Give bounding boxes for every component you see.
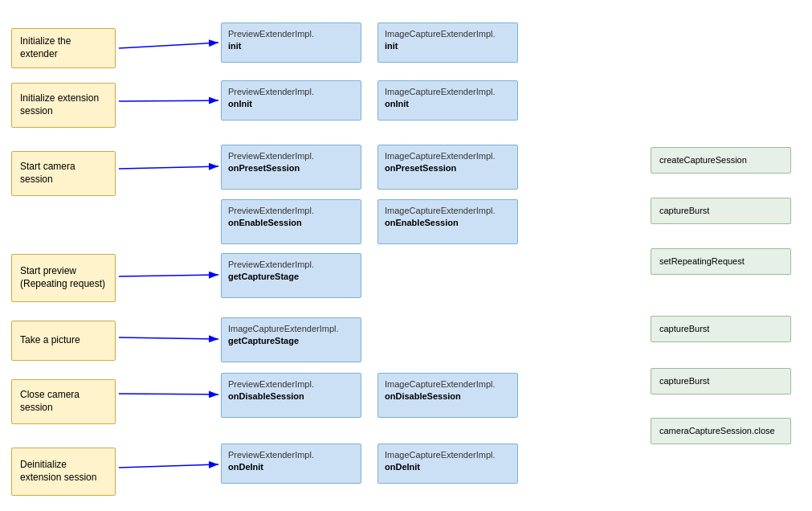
method-name: init (228, 41, 242, 51)
class-name: ImageCaptureExtenderImpl. (385, 29, 496, 39)
arrow-3 (119, 275, 218, 276)
class-name: ImageCaptureExtenderImpl. (385, 151, 496, 161)
green-box-row-close-camera-0: captureBurst (651, 368, 791, 394)
blue-box-row-start-camera-3: ImageCaptureExtenderImpl.onEnableSession (377, 199, 518, 244)
blue-box-row-init-session-1: ImageCaptureExtenderImpl.onInit (377, 80, 518, 121)
yellow-box-row-close-camera: Close camera session (11, 379, 116, 424)
blue-box-row-init-extender-0: PreviewExtenderImpl.init (221, 22, 361, 63)
method-name: onEnableSession (385, 218, 459, 227)
method-name: getCaptureStage (228, 272, 299, 281)
class-name: ImageCaptureExtenderImpl. (385, 87, 496, 96)
yellow-box-row-deinit-session: Deinitialize extension session (11, 448, 116, 496)
blue-box-row-start-camera-1: ImageCaptureExtenderImpl.onPresetSession (377, 145, 518, 190)
yellow-box-row-start-preview: Start preview (Repeating request) (11, 254, 116, 302)
method-name: getCaptureStage (228, 336, 299, 345)
method-name: onEnableSession (228, 218, 302, 227)
method-name: onInit (228, 99, 252, 108)
arrow-5 (119, 394, 218, 394)
method-name: onDisableSession (385, 391, 461, 401)
arrow-6 (119, 464, 218, 468)
blue-box-row-start-camera-0: PreviewExtenderImpl.onPresetSession (221, 145, 361, 190)
green-box-row-start-camera-2: setRepeatingRequest (651, 248, 791, 275)
yellow-box-row-start-camera: Start camera session (11, 151, 116, 196)
class-name: ImageCaptureExtenderImpl. (228, 324, 339, 333)
green-box-row-start-camera-1: captureBurst (651, 198, 791, 224)
yellow-box-row-init-session: Initialize extension session (11, 83, 116, 128)
method-name: onDeInit (228, 462, 263, 472)
class-name: PreviewExtenderImpl. (228, 151, 314, 161)
blue-box-row-init-session-0: PreviewExtenderImpl.onInit (221, 80, 361, 121)
blue-box-row-start-camera-2: PreviewExtenderImpl.onEnableSession (221, 199, 361, 244)
class-name: PreviewExtenderImpl. (228, 206, 314, 215)
yellow-box-row-init-extender: Initialize the extender (11, 28, 116, 68)
blue-box-row-init-extender-1: ImageCaptureExtenderImpl.init (377, 22, 518, 63)
green-box-row-close-camera-1: cameraCaptureSession.close (651, 418, 791, 444)
class-name: PreviewExtenderImpl. (228, 29, 314, 39)
blue-box-row-take-picture-0: ImageCaptureExtenderImpl.getCaptureStage (221, 317, 361, 362)
method-name: onPresetSession (228, 163, 300, 173)
method-name: onInit (385, 99, 409, 108)
class-name: ImageCaptureExtenderImpl. (385, 206, 496, 215)
blue-box-row-deinit-session-1: ImageCaptureExtenderImpl.onDeInit (377, 444, 518, 484)
blue-box-row-close-camera-1: ImageCaptureExtenderImpl.onDisableSessio… (377, 373, 518, 418)
blue-box-row-close-camera-0: PreviewExtenderImpl.onDisableSession (221, 373, 361, 418)
arrow-4 (119, 337, 218, 339)
class-name: ImageCaptureExtenderImpl. (385, 450, 496, 460)
class-name: PreviewExtenderImpl. (228, 379, 314, 389)
blue-box-row-start-preview-0: PreviewExtenderImpl.getCaptureStage (221, 253, 361, 298)
method-name: init (385, 41, 398, 51)
arrow-2 (119, 166, 218, 169)
green-box-row-start-camera-0: createCaptureSession (651, 147, 791, 174)
arrow-1 (119, 100, 218, 101)
arrow-0 (119, 43, 218, 48)
yellow-box-row-take-picture: Take a picture (11, 321, 116, 361)
green-box-row-take-picture-0: captureBurst (651, 316, 791, 342)
method-name: onDeInit (385, 462, 420, 472)
method-name: onPresetSession (385, 163, 456, 173)
diagram: Initialize the extenderPreviewExtenderIm… (0, 0, 812, 511)
class-name: ImageCaptureExtenderImpl. (385, 379, 496, 389)
blue-box-row-deinit-session-0: PreviewExtenderImpl.onDeInit (221, 444, 361, 484)
class-name: PreviewExtenderImpl. (228, 450, 314, 460)
class-name: PreviewExtenderImpl. (228, 87, 314, 96)
class-name: PreviewExtenderImpl. (228, 260, 314, 269)
method-name: onDisableSession (228, 391, 304, 401)
